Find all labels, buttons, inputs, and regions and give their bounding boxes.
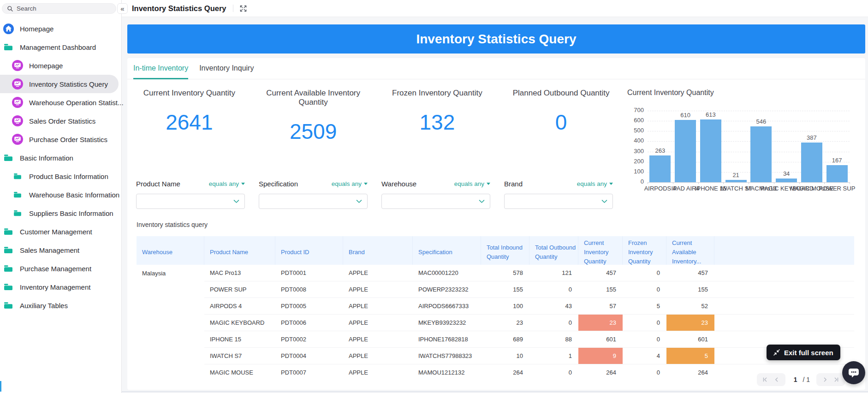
sidebar-item-label: Sales Order Statistics bbox=[29, 117, 95, 125]
cell-total-outbound-quantity: 0 bbox=[529, 281, 578, 298]
search-input[interactable] bbox=[17, 5, 104, 12]
cell-total-inbound-quantity: 689 bbox=[481, 331, 529, 348]
pagination-total-pages: / 1 bbox=[803, 376, 810, 383]
x-axis-tick bbox=[673, 182, 673, 184]
y-axis-tick: 0 bbox=[627, 178, 644, 185]
tab-inventory-inquiry[interactable]: Inventory Inquiry bbox=[199, 58, 254, 79]
cell-total-outbound-quantity: 0 bbox=[529, 364, 578, 375]
cell-frozen-inventory-quantity: 5 bbox=[623, 298, 666, 315]
dashboard-icon bbox=[12, 115, 23, 126]
sidebar-item-customer-management[interactable]: Customer Management bbox=[0, 222, 122, 241]
filter-label: Specification bbox=[259, 180, 298, 188]
cell-brand: APPLE bbox=[343, 331, 413, 348]
sidebar: HomepageManagement DashboardHomepageInve… bbox=[0, 0, 122, 393]
filter-select-warehouse[interactable] bbox=[381, 194, 490, 209]
kpi-value: 2641 bbox=[127, 110, 251, 135]
bar-value-label: 613 bbox=[706, 111, 716, 118]
filter-operator-brand[interactable]: equals any bbox=[577, 180, 613, 187]
sidebar-item-inventory-statistics-query[interactable]: Inventory Statistics Query bbox=[0, 75, 119, 93]
cell-brand: APPLE bbox=[343, 348, 413, 364]
sidebar-item-sales-management[interactable]: Sales Management bbox=[0, 241, 122, 259]
cell-warehouse bbox=[137, 315, 204, 331]
fullscreen-expand-button[interactable] bbox=[239, 5, 247, 12]
cell-specification: AIRPODS6667333 bbox=[413, 298, 481, 315]
chat-widget-button[interactable] bbox=[842, 361, 865, 384]
cell-brand: APPLE bbox=[343, 315, 413, 331]
sidebar-item-label: Warehouse Operation Statist... bbox=[29, 99, 124, 107]
sidebar-search[interactable] bbox=[2, 3, 116, 14]
pagination-next-button[interactable] bbox=[822, 377, 828, 382]
pagination-first-button[interactable] bbox=[762, 377, 768, 382]
cell-total-outbound-quantity: 43 bbox=[529, 298, 578, 315]
cell-current-available-inventory: 457 bbox=[666, 265, 714, 281]
cell-current-inventory-quantity: 23 bbox=[578, 315, 623, 331]
sidebar-item-label: Inventory Management bbox=[20, 283, 90, 291]
left-scrollbar-thumb[interactable] bbox=[0, 381, 1, 392]
cell-warehouse bbox=[137, 331, 204, 348]
column-header-specification: Specification bbox=[413, 236, 481, 265]
sidebar-item-label: Customer Management bbox=[20, 228, 92, 236]
filter-operator-label: equals any bbox=[577, 180, 607, 187]
sidebar-item-warehouse-basic-information[interactable]: Warehouse Basic Information bbox=[0, 185, 122, 204]
filter-product-name: Product Nameequals any bbox=[136, 179, 245, 209]
bar-value-label: 167 bbox=[832, 157, 842, 164]
x-axis-tick bbox=[774, 182, 774, 184]
cell-total-outbound-quantity: 121 bbox=[529, 265, 578, 281]
chevron-down-icon bbox=[356, 200, 362, 203]
pagination-prev-button[interactable] bbox=[774, 377, 779, 382]
y-axis-tick: 100 bbox=[627, 168, 644, 175]
bar-value-label: 546 bbox=[756, 118, 767, 125]
sidebar-item-inventory-management[interactable]: Inventory Management bbox=[0, 278, 122, 296]
table-row: MAGIC KEYBOARDPDT0006APPLEMKEYB939232322… bbox=[137, 315, 854, 331]
cell-specification: MAMOU1212132 bbox=[413, 364, 481, 375]
sidebar-item-management-dashboard[interactable]: Management Dashboard bbox=[0, 38, 122, 56]
x-axis-tick bbox=[824, 182, 825, 184]
table-row: MAGIC MOUSEPDT0007APPLEMAMOU121213226402… bbox=[137, 364, 854, 375]
cell-current-inventory-quantity: 57 bbox=[578, 298, 623, 315]
cell-frozen-inventory-quantity: 4 bbox=[623, 348, 666, 364]
app-root: HomepageManagement DashboardHomepageInve… bbox=[0, 0, 868, 393]
sidebar-item-label: Management Dashboard bbox=[20, 43, 96, 51]
column-header-frozen-inventory-quantity: Frozen Inventory Quantity bbox=[623, 236, 666, 265]
cell-current-inventory-quantity: 457 bbox=[578, 265, 623, 281]
filter-label: Warehouse bbox=[381, 180, 416, 188]
column-header-filler bbox=[714, 236, 854, 265]
tab-in-time-inventory[interactable]: In-time Inventory bbox=[133, 58, 188, 79]
filter-select-brand[interactable] bbox=[504, 194, 613, 209]
filter-operator-label: equals any bbox=[209, 180, 239, 187]
pagination-current-page: 1 bbox=[794, 376, 797, 383]
bar-value-label: 21 bbox=[732, 172, 739, 179]
filter-select-product-name[interactable] bbox=[136, 194, 245, 209]
exit-fullscreen-button[interactable]: Exit full screen bbox=[767, 345, 840, 360]
pagination-forward-group bbox=[816, 373, 845, 386]
filter-operator-label: equals any bbox=[332, 180, 362, 187]
folder-icon bbox=[3, 226, 14, 237]
sidebar-item-homepage[interactable]: Homepage bbox=[0, 19, 122, 38]
sidebar-collapse-button[interactable]: « bbox=[117, 3, 128, 14]
cell-total-inbound-quantity: 155 bbox=[481, 281, 529, 298]
sidebar-item-auxiliary-tables[interactable]: Auxiliary Tables bbox=[0, 296, 122, 315]
bar-value-label: 263 bbox=[655, 147, 666, 154]
sidebar-item-suppliers-basic-information[interactable]: Suppliers Basic Information bbox=[0, 204, 122, 222]
cell-product-name: MAGIC MOUSE bbox=[204, 364, 275, 375]
sidebar-item-purchase-management[interactable]: Purchase Management bbox=[0, 259, 122, 278]
sidebar-item-warehouse-operation-statist[interactable]: Warehouse Operation Statist... bbox=[0, 93, 122, 112]
sidebar-item-product-basic-information[interactable]: Product Basic Information bbox=[0, 167, 122, 185]
filter-operator-warehouse[interactable]: equals any bbox=[454, 180, 490, 187]
filter-select-specification[interactable] bbox=[259, 194, 368, 209]
bar-airpods-4 bbox=[649, 155, 671, 182]
pagination-last-button[interactable] bbox=[833, 377, 839, 382]
sidebar-item-homepage[interactable]: Homepage bbox=[0, 56, 122, 75]
sidebar-item-basic-information[interactable]: Basic Information bbox=[0, 149, 122, 167]
search-icon bbox=[7, 6, 13, 12]
folder-icon bbox=[3, 244, 14, 256]
cell-total-inbound-quantity: 100 bbox=[481, 298, 529, 315]
bar-magic-keyboard bbox=[776, 179, 797, 182]
cell-filler bbox=[714, 315, 854, 331]
y-axis-tick: 200 bbox=[627, 158, 644, 165]
sidebar-item-purchase-order-statistics[interactable]: Purchase Order Statistics bbox=[0, 130, 122, 149]
sidebar-item-sales-order-statistics[interactable]: Sales Order Statistics bbox=[0, 112, 122, 130]
filter-operator-product-name[interactable]: equals any bbox=[209, 180, 245, 187]
chart-title: Current Inventory Quantity bbox=[627, 89, 860, 97]
filter-operator-specification[interactable]: equals any bbox=[332, 180, 368, 187]
